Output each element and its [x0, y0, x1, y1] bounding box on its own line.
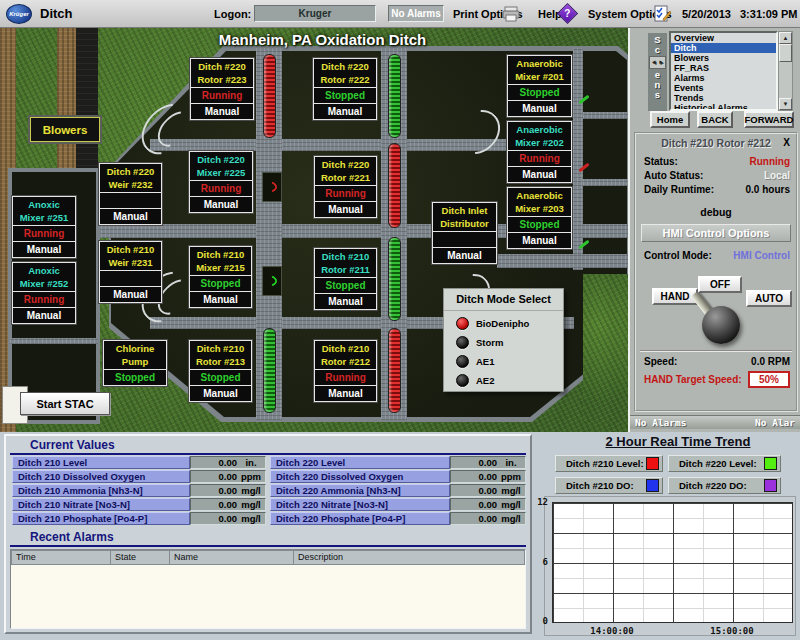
target-speed-input[interactable]: 50% [748, 371, 790, 388]
mode-option-ae1[interactable]: AE1 [456, 355, 563, 368]
status [100, 192, 161, 208]
status: Running [315, 369, 376, 385]
screen-item-overview[interactable]: Overview [671, 33, 776, 43]
equipment-weir-231[interactable]: Ditch #210Weir #231 Manual [99, 241, 162, 303]
alarm-col-name[interactable]: Name [170, 550, 294, 565]
equipment-anoxic-252[interactable]: AnoxicMixer #252 Running Manual [12, 262, 76, 324]
status: Stopped [314, 87, 376, 103]
y-tick-0: 0 [534, 616, 548, 626]
mode: Manual [100, 208, 161, 224]
value-cell: 0.00ppm [190, 470, 266, 483]
forward-button[interactable]: FORWARD [744, 111, 794, 128]
value-label: Ditch 220 Level [270, 456, 450, 469]
printer-icon[interactable] [502, 0, 520, 27]
system-options-icon[interactable] [654, 0, 671, 27]
screen-item-alarms[interactable]: Alarms [671, 73, 776, 83]
radio-icon[interactable] [456, 355, 469, 368]
selector-knob[interactable] [702, 306, 740, 344]
spinner-arrows-icon[interactable]: ◄ ► [649, 56, 666, 69]
mode-option-storm[interactable]: Storm [456, 336, 563, 349]
equipment-weir-232[interactable]: Ditch #220Weir #232 Manual [99, 163, 162, 225]
mode: Manual [508, 166, 571, 182]
mode-option-ae2[interactable]: AE2 [456, 374, 563, 387]
help-icon[interactable]: ? [560, 0, 575, 27]
rotor-bar-212 [388, 328, 401, 413]
screens-list: Overview Ditch Blowers FF_RAS Alarms Eve… [669, 31, 778, 111]
alarm-ticker: No AlarmsNo Alarms [630, 415, 800, 429]
logon-label: Logon: [214, 0, 251, 27]
equipment-anaerobic-203[interactable]: AnaerobicMixer #203 Stopped Manual [507, 187, 572, 249]
debug-button[interactable]: debug [636, 206, 796, 218]
scroll-up-icon[interactable]: ▲ [779, 32, 792, 44]
status [100, 270, 161, 286]
screen-item-ff-ras[interactable]: FF_RAS [671, 63, 776, 73]
value-cell: 0.00in. [190, 456, 266, 469]
recent-alarms-table: Time State Name Description [10, 549, 526, 629]
start-stac-button[interactable]: Start STAC [20, 392, 110, 415]
screen-item-events[interactable]: Events [671, 83, 776, 93]
alarm-status-button[interactable]: No Alarms [388, 5, 444, 22]
status: Running [315, 185, 376, 201]
value-label: Ditch 220 Dissolved Oxygen [270, 470, 450, 483]
value-cell: 0.00mg/l [190, 512, 266, 525]
value-cell: 0.00mg/l [450, 484, 526, 497]
value-cell: 0.00in. [450, 456, 526, 469]
screens-scrollbar[interactable]: ▲ ▼ [778, 31, 793, 111]
blowers-button[interactable]: Blowers [30, 117, 100, 142]
alarm-col-state[interactable]: State [111, 550, 170, 565]
radio-selected-icon[interactable] [456, 317, 469, 330]
home-button[interactable]: Home [650, 111, 690, 128]
alarm-col-time[interactable]: Time [11, 550, 111, 565]
rotor-bar-211 [388, 237, 401, 321]
mode: Manual [314, 103, 376, 119]
alarm-col-description[interactable]: Description [294, 550, 525, 565]
mode: Manual [508, 100, 571, 116]
screens-spinner-strip[interactable]: S c ◄ ► e n s [648, 33, 667, 111]
value-label: Ditch 210 Nitrate [No3-N] [12, 498, 190, 511]
screen-item-ditch[interactable]: Ditch [671, 43, 776, 53]
equipment-rotor-222[interactable]: Ditch #220Rotor #222 Stopped Manual [313, 58, 377, 120]
equipment-anaerobic-202[interactable]: AnaerobicMixer #202 Running Manual [507, 121, 572, 183]
auto-button[interactable]: AUTO [746, 290, 792, 307]
radio-icon[interactable] [456, 374, 469, 387]
equipment-rotor-223[interactable]: Ditch #220Rotor #223 Running Manual [190, 58, 254, 120]
value-label: Ditch 210 Level [12, 456, 190, 469]
scroll-thumb[interactable] [779, 44, 792, 62]
value-label: Ditch 220 Ammonia [Nh3-N] [270, 484, 450, 497]
radio-icon[interactable] [456, 336, 469, 349]
equipment-rotor-221[interactable]: Ditch #220Rotor #221 Running Manual [314, 156, 377, 218]
screen-item-blowers[interactable]: Blowers [671, 53, 776, 63]
back-button[interactable]: BACK [697, 111, 733, 128]
screen-item-trends[interactable]: Trends [671, 93, 776, 103]
recent-alarms-heading: Recent Alarms [30, 530, 114, 544]
status: Running [13, 225, 75, 241]
values-alarms-panel: Current Values Ditch 210 Level0.00in. Di… [4, 434, 532, 634]
equipment-chlorine-pump[interactable]: Chlorine Pump Stopped [103, 340, 167, 386]
equipment-anoxic-251[interactable]: AnoxicMixer #251 Running Manual [12, 196, 76, 258]
logon-field[interactable]: Kruger [254, 5, 376, 22]
control-mode-label: Control Mode: [644, 250, 712, 261]
status [433, 231, 496, 247]
equipment-mixer-215[interactable]: Ditch #210Mixer #215 Stopped Manual [189, 246, 252, 308]
off-button[interactable]: OFF [698, 276, 742, 293]
y-tick-6: 6 [534, 557, 548, 567]
speed-label: Speed: [644, 356, 677, 367]
mode: Manual [433, 247, 496, 263]
runtime-label: Daily Runtime: [644, 184, 714, 195]
equipment-rotor-213[interactable]: Ditch #210Rotor #213 Stopped Manual [189, 340, 252, 402]
mode-option-biodenipho[interactable]: BioDenipho [456, 317, 563, 330]
equipment-mixer-225[interactable]: Ditch #220Mixer #225 Running Manual [189, 151, 253, 213]
close-icon[interactable]: X [783, 137, 790, 148]
anaerobic-divider [583, 112, 632, 119]
mode: Manual [100, 286, 161, 302]
value-label: Ditch 220 Phosphate [Po4-P] [270, 512, 450, 525]
value-cell: 0.00mg/l [190, 498, 266, 511]
equipment-rotor-212[interactable]: Ditch #210Rotor #212 Running Manual [314, 340, 377, 402]
equipment-rotor-211[interactable]: Ditch #210Rotor #211 Stopped Manual [314, 248, 377, 310]
equipment-inlet-distributor[interactable]: Ditch InletDistributor Manual [432, 202, 497, 264]
auto-status-value: Local [764, 170, 790, 181]
screen-item-historical-alarms[interactable]: Historical Alarms [671, 103, 776, 111]
equipment-anaerobic-201[interactable]: AnaerobicMixer #201 Stopped Manual [507, 55, 572, 117]
status: Running [191, 87, 253, 103]
scroll-down-icon[interactable]: ▼ [779, 98, 792, 110]
